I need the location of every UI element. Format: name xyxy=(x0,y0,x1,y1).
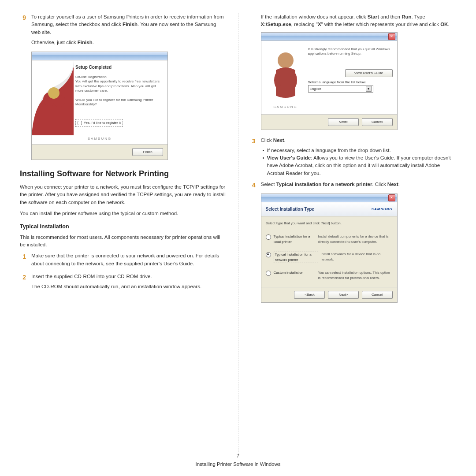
svg-point-4 xyxy=(274,72,281,88)
page-number: 7 xyxy=(0,452,476,460)
register-checkbox[interactable]: Yes, I'd like to register it xyxy=(75,119,123,127)
step-number: 9 xyxy=(20,13,26,49)
column-divider xyxy=(238,13,238,454)
paragraph: When you connect your printer to a netwo… xyxy=(20,183,227,206)
right-column: If the installation window does not appe… xyxy=(249,13,457,454)
dialog-title: Select Installation Type xyxy=(266,206,314,212)
step-number: 2 xyxy=(20,273,26,294)
view-guide-button[interactable]: View User's Guide xyxy=(345,69,393,77)
step-1: 1 Make sure that the printer is connecte… xyxy=(20,252,227,270)
language-dropdown[interactable]: English ▾ xyxy=(308,85,373,93)
left-column: 9 To register yourself as a user of Sams… xyxy=(20,13,227,454)
dialog-titlebar xyxy=(32,52,167,60)
step-9: 9 To register yourself as a user of Sams… xyxy=(20,13,227,49)
svg-point-2 xyxy=(48,87,60,99)
continuation-text: If the installation window does not appe… xyxy=(261,13,457,29)
paragraph: You can install the printer software usi… xyxy=(20,210,227,217)
cancel-button[interactable]: Cancel xyxy=(362,291,393,299)
radio-icon[interactable] xyxy=(266,234,271,240)
language-label: Select a language from the list below. xyxy=(308,80,393,85)
language-select-dialog: × SAMSUNG It is strongly recommended tha… xyxy=(261,32,398,130)
dialog-artwork xyxy=(32,60,74,135)
paragraph: This is recommended for most users. All … xyxy=(20,234,227,249)
cancel-button[interactable]: Cancel xyxy=(362,118,393,126)
finish-button[interactable]: Finish xyxy=(132,148,163,156)
step-2: 2 Insert the supplied CD-ROM into your C… xyxy=(20,273,227,294)
samsung-logo: SAMSUNG xyxy=(32,135,167,144)
svg-point-5 xyxy=(290,72,297,88)
section-heading: Installing Software for Network Printing xyxy=(20,168,227,180)
close-icon[interactable]: × xyxy=(388,33,395,40)
registration-prompt: Would you like to register for the Samsu… xyxy=(75,98,162,107)
step-number: 4 xyxy=(249,181,256,191)
next-button[interactable]: Next> xyxy=(328,118,359,126)
registration-heading: On-line RegistrationYou will get the opp… xyxy=(75,75,162,93)
step-body: To register yourself as a user of Samsun… xyxy=(31,13,227,49)
checkbox-input[interactable] xyxy=(78,121,82,125)
footer-title: Installing Printer Software in Windows xyxy=(0,461,476,468)
subsection-heading: Typical Installation xyxy=(20,223,227,231)
step-number: 1 xyxy=(20,252,26,270)
samsung-logo: SAMSUNG xyxy=(273,104,297,110)
page-footer: 7 Installing Printer Software in Windows xyxy=(0,452,476,469)
radio-icon[interactable] xyxy=(266,252,271,257)
setup-completed-dialog: Setup Completed On-line RegistrationYou … xyxy=(31,52,168,160)
option-custom[interactable]: Custom installation You can select insta… xyxy=(266,267,393,284)
chevron-down-icon[interactable]: ▾ xyxy=(366,86,372,92)
step-3: 3 Click Next. •If necessary, select a la… xyxy=(249,137,457,177)
samsung-logo: SAMSUNG xyxy=(372,207,393,212)
option-local[interactable]: Typical installation for a local printer… xyxy=(266,231,393,248)
option-network[interactable]: Typical installation for a network print… xyxy=(266,248,393,267)
svg-point-3 xyxy=(278,52,294,68)
dialog-message: It is strongly recommended that you quit… xyxy=(308,47,393,56)
dialog-note: Select type that you want and click [Nex… xyxy=(266,221,393,226)
step-number: 3 xyxy=(249,137,256,177)
step-4: 4 Select Typical installation for a netw… xyxy=(249,181,457,191)
close-icon[interactable]: × xyxy=(388,194,395,201)
installation-type-dialog: × Select Installation Type SAMSUNG Selec… xyxy=(261,193,398,303)
back-button[interactable]: <Back xyxy=(294,291,325,299)
next-button[interactable]: Next> xyxy=(328,291,359,299)
dialog-heading: Setup Completed xyxy=(75,64,162,71)
radio-icon[interactable] xyxy=(266,271,271,276)
dialog-artwork: SAMSUNG xyxy=(266,47,305,110)
